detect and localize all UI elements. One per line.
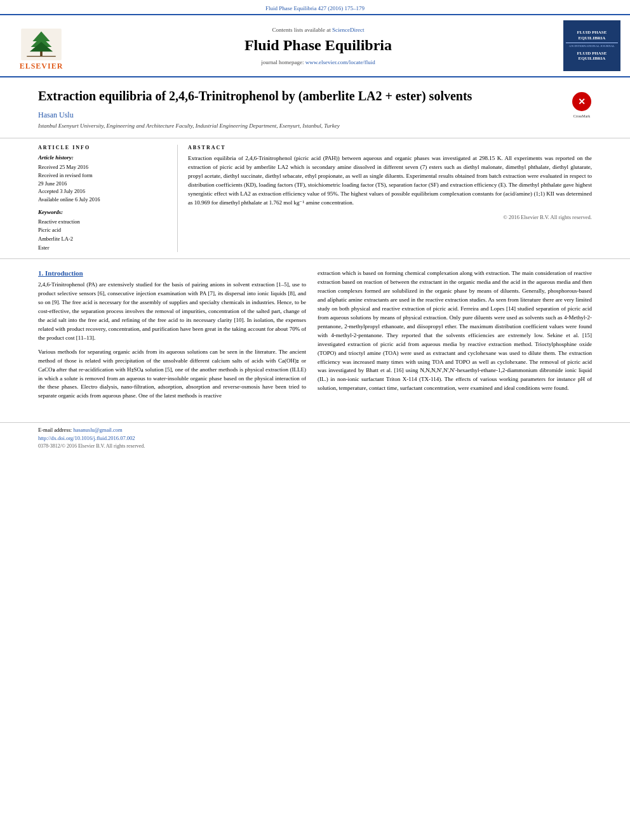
fpe-badge-title2: EQUILIBRIA	[579, 36, 606, 41]
keywords-label: Keywords:	[38, 209, 167, 215]
article-affiliation: Istanbul Esenyurt University, Engineerin…	[38, 123, 561, 129]
homepage-line: journal homepage: www.elsevier.com/locat…	[261, 59, 375, 65]
history-revised-label: Received in revised form	[38, 171, 167, 180]
intro-para-1: 2,4,6-Trinitrophenol (PA) are extensivel…	[38, 281, 306, 343]
keyword-4: Ester	[38, 244, 167, 253]
fpe-badge-title1: FLUID PHASE	[577, 30, 607, 35]
intro-heading: 1. Introduction	[38, 269, 306, 277]
article-author: Hasan Uslu	[38, 110, 561, 120]
history-online: Available online 6 July 2016	[38, 196, 167, 204]
keyword-1: Reactive extraction	[38, 218, 167, 227]
elsevier-logo: ELSEVIER	[19, 29, 64, 71]
contents-label: Contents lists available at	[272, 27, 331, 33]
history-revised-date: 29 June 2016	[38, 180, 167, 188]
article-title-section: Extraction equilibria of 2,4,6-Trinitrop…	[0, 77, 630, 138]
homepage-label: journal homepage:	[261, 59, 304, 65]
history-label: Article history:	[38, 154, 167, 161]
article-info-column: ARTICLE INFO Article history: Received 2…	[38, 145, 178, 252]
intro-para-2: Various methods for separating organic a…	[38, 348, 306, 401]
contents-line: Contents lists available at ScienceDirec…	[272, 27, 365, 33]
footer-area: E-mail address: hasanuslu@gmail.com http…	[0, 422, 630, 453]
abstract-text: Extraction equilibria of 2,4,6-Trinitrop…	[188, 154, 592, 208]
elsevier-brand-text: ELSEVIER	[20, 62, 64, 71]
fpe-badge-title4: FLUID PHASE	[577, 51, 607, 56]
journal-title: Fluid Phase Equilibria	[245, 37, 392, 54]
footer-doi[interactable]: http://dx.doi.org/10.1016/j.fluid.2016.0…	[38, 435, 592, 441]
footer-email-line: E-mail address: hasanuslu@gmail.com	[38, 427, 592, 433]
article-title: Extraction equilibria of 2,4,6-Trinitrop…	[38, 88, 561, 104]
body-right-column: extraction which is based on forming che…	[318, 269, 592, 406]
keyword-3: Amberlite LA-2	[38, 235, 167, 244]
header-area: ELSEVIER Contents lists available at Sci…	[0, 15, 630, 77]
fpe-badge-subtitle: AN INTERNATIONAL JOURNAL	[566, 43, 618, 49]
sciencedirect-link[interactable]: ScienceDirect	[332, 27, 364, 33]
body-left-column: 1. Introduction 2,4,6-Trinitrophenol (PA…	[38, 269, 318, 406]
history-received: Received 25 May 2016	[38, 163, 167, 171]
elsevier-logo-area: ELSEVIER	[6, 20, 76, 71]
citation-text: Fluid Phase Equilibria 427 (2016) 175–17…	[265, 5, 365, 11]
article-info-label: ARTICLE INFO	[38, 145, 167, 150]
elsevier-tree-icon	[19, 29, 64, 60]
abstract-column: ABSTRACT Extraction equilibria of 2,4,6-…	[178, 145, 592, 252]
crossmark-label: CrossMark	[572, 114, 592, 118]
fpe-badge-title5: EQUILIBRIA	[579, 56, 606, 61]
history-accepted: Accepted 3 July 2016	[38, 187, 167, 196]
keyword-2: Picric acid	[38, 226, 167, 235]
fpe-badge: FLUID PHASE EQUILIBRIA AN INTERNATIONAL …	[563, 20, 620, 71]
journal-info-center: Contents lists available at ScienceDirec…	[83, 20, 554, 71]
fpe-badge-area: FLUID PHASE EQUILIBRIA AN INTERNATIONAL …	[560, 20, 624, 71]
journal-citation: Fluid Phase Equilibria 427 (2016) 175–17…	[0, 0, 630, 15]
main-body: 1. Introduction 2,4,6-Trinitrophenol (PA…	[0, 259, 630, 416]
abstract-copyright: © 2016 Elsevier B.V. All rights reserved…	[188, 214, 592, 220]
email-label: E-mail address:	[38, 427, 72, 433]
abstract-label: ABSTRACT	[188, 145, 592, 150]
right-para-1: extraction which is based on forming che…	[318, 269, 592, 393]
homepage-link[interactable]: www.elsevier.com/locate/fluid	[305, 59, 375, 65]
svg-text:✕: ✕	[578, 97, 586, 107]
crossmark-icon: ✕	[572, 91, 592, 112]
footer-copyright: 0378-3812/© 2016 Elsevier B.V. All right…	[38, 443, 592, 449]
article-info-abstract-section: ARTICLE INFO Article history: Received 2…	[0, 138, 630, 259]
footer-email-link[interactable]: hasanuslu@gmail.com	[73, 427, 122, 433]
